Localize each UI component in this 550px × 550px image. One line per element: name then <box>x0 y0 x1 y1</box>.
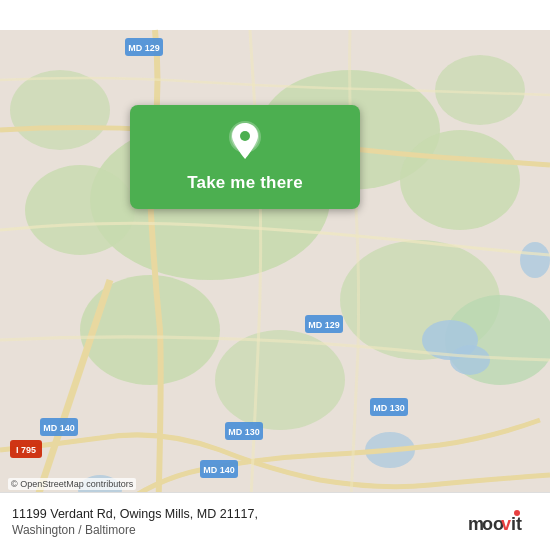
moovit-logo-svg: m oo v it <box>468 508 538 536</box>
svg-point-4 <box>80 275 220 385</box>
svg-text:MD 130: MD 130 <box>228 427 260 437</box>
svg-point-32 <box>240 131 250 141</box>
svg-point-37 <box>514 510 520 516</box>
location-pin-icon <box>223 119 267 163</box>
address-text: 11199 Verdant Rd, Owings Mills, MD 21117… <box>12 506 458 524</box>
svg-text:it: it <box>511 514 522 534</box>
map-background: MD 129 MD 129 MD 130 MD 130 MD 140 MD 14… <box>0 0 550 550</box>
take-me-there-label: Take me there <box>187 173 303 193</box>
info-bar: 11199 Verdant Rd, Owings Mills, MD 21117… <box>0 492 550 550</box>
svg-point-15 <box>520 242 550 278</box>
svg-text:MD 129: MD 129 <box>128 43 160 53</box>
moovit-logo: m oo v it <box>468 508 538 536</box>
svg-point-9 <box>10 70 110 150</box>
map-container: MD 129 MD 129 MD 130 MD 130 MD 140 MD 14… <box>0 0 550 550</box>
svg-point-3 <box>400 130 520 230</box>
svg-point-6 <box>25 165 135 255</box>
svg-text:MD 130: MD 130 <box>373 403 405 413</box>
svg-text:MD 140: MD 140 <box>43 423 75 433</box>
take-me-there-button[interactable]: Take me there <box>130 105 360 209</box>
address-block: 11199 Verdant Rd, Owings Mills, MD 21117… <box>12 506 458 538</box>
region-text: Washington / Baltimore <box>12 523 458 537</box>
svg-text:MD 129: MD 129 <box>308 320 340 330</box>
svg-text:v: v <box>501 514 511 534</box>
map-attribution: © OpenStreetMap contributors <box>8 478 136 490</box>
svg-text:I 795: I 795 <box>16 445 36 455</box>
svg-point-10 <box>435 55 525 125</box>
svg-point-12 <box>450 345 490 375</box>
svg-text:MD 140: MD 140 <box>203 465 235 475</box>
